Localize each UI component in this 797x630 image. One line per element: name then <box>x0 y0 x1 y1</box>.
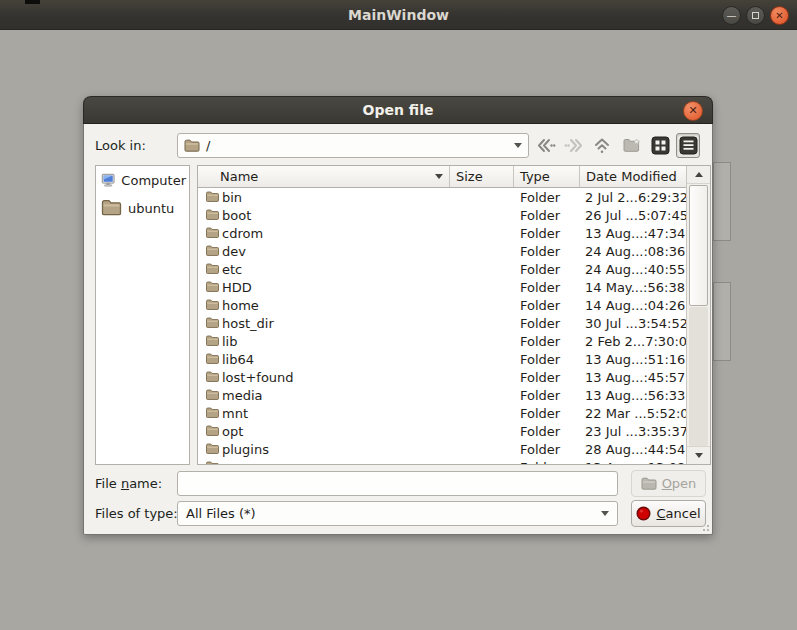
file-date-cell: 28 Aug...:44:54 <box>580 442 688 457</box>
file-type-cell: Folder <box>514 208 580 223</box>
table-row[interactable]: host_dir Folder 30 Jul ...3:54:52 <box>198 314 688 332</box>
table-row[interactable]: HDD Folder 14 May...:56:38 <box>198 278 688 296</box>
folder-icon <box>205 245 220 257</box>
scrollbar-groove[interactable] <box>689 307 708 446</box>
file-date-cell: 30 Jul ...3:54:52 <box>580 316 688 331</box>
sort-descending-icon <box>435 174 443 179</box>
file-type-cell: Folder <box>514 388 580 403</box>
file-name-cell: home <box>222 298 450 313</box>
file-table-body: bin Folder 2 Jul 2...6:29:32 boot Folder… <box>198 188 688 465</box>
file-name-cell: proc <box>222 460 450 466</box>
list-view-icon[interactable] <box>648 133 672 158</box>
cancel-button[interactable]: Cancel <box>631 500 706 527</box>
column-header-date-modified[interactable]: Date Modified <box>580 166 688 187</box>
table-row[interactable]: cdrom Folder 13 Aug...:47:34 <box>198 224 688 242</box>
table-row[interactable]: lost+found Folder 13 Aug...:45:57 <box>198 368 688 386</box>
folder-icon <box>205 299 220 311</box>
file-type-cell: Folder <box>514 442 580 457</box>
create-new-folder-icon[interactable] <box>620 133 644 158</box>
parent-directory-icon[interactable] <box>590 133 614 158</box>
dialog-close-icon[interactable]: ✕ <box>683 101 703 121</box>
column-header-type[interactable]: Type <box>514 166 580 187</box>
table-row[interactable]: lib64 Folder 13 Aug...:51:16 <box>198 350 688 368</box>
column-header-size[interactable]: Size <box>450 166 514 187</box>
folder-icon <box>205 443 220 455</box>
file-type-cell: Folder <box>514 370 580 385</box>
file-type-cell: Folder <box>514 460 580 466</box>
file-name-cell: opt <box>222 424 450 439</box>
open-button[interactable]: Open <box>631 470 706 497</box>
table-row[interactable]: media Folder 13 Aug...:56:33 <box>198 386 688 404</box>
table-row[interactable]: etc Folder 24 Aug...:40:55 <box>198 260 688 278</box>
dialog-titlebar[interactable]: Open file ✕ <box>83 96 713 124</box>
folder-icon <box>184 139 200 152</box>
computer-icon <box>101 170 115 191</box>
file-name-label: File name: <box>95 472 162 496</box>
places-sidebar: Computer ubuntu <box>95 165 190 465</box>
sidebar-item-label: ubuntu <box>128 201 174 216</box>
window-title: MainWindow <box>0 0 797 30</box>
scroll-up-icon[interactable] <box>687 166 710 184</box>
file-table: Name Size Type Date Modified bin Folder … <box>197 165 711 465</box>
stop-icon <box>636 506 651 521</box>
open-button-label: Open <box>662 476 697 491</box>
scroll-down-icon[interactable] <box>687 446 710 464</box>
table-row[interactable]: mnt Folder 22 Mar ...5:52:07 <box>198 404 688 422</box>
file-type-cell: Folder <box>514 424 580 439</box>
folder-icon <box>205 389 220 401</box>
file-name-cell: media <box>222 388 450 403</box>
file-date-cell: 24 Aug...:40:55 <box>580 262 688 277</box>
folder-icon <box>205 371 220 383</box>
file-date-cell: 22 Mar ...5:52:07 <box>580 406 688 421</box>
folder-icon <box>205 353 220 365</box>
column-header-name[interactable]: Name <box>198 166 450 187</box>
folder-icon <box>205 191 220 203</box>
file-name-input[interactable] <box>177 471 618 496</box>
table-row[interactable]: lib Folder 2 Feb 2...7:30:08 <box>198 332 688 350</box>
resize-grip[interactable] <box>699 521 709 531</box>
sidebar-item-computer[interactable]: Computer <box>96 166 189 195</box>
close-icon[interactable]: ✕ <box>770 6 789 25</box>
maximize-icon[interactable] <box>746 6 765 25</box>
detail-view-icon[interactable] <box>676 133 700 158</box>
folder-icon <box>101 199 122 217</box>
file-date-cell: 13 Aug...:56:33 <box>580 388 688 403</box>
open-folder-icon <box>641 477 657 490</box>
table-row[interactable]: plugins Folder 28 Aug...:44:54 <box>198 440 688 458</box>
back-icon[interactable] <box>534 133 558 158</box>
table-row[interactable]: bin Folder 2 Jul 2...6:29:32 <box>198 188 688 206</box>
file-name-cell: etc <box>222 262 450 277</box>
vertical-scrollbar[interactable] <box>686 166 710 464</box>
file-name-cell: host_dir <box>222 316 450 331</box>
sidebar-item-ubuntu[interactable]: ubuntu <box>96 195 189 221</box>
window-titlebar: MainWindow — ✕ <box>0 0 797 30</box>
look-in-combobox[interactable]: / <box>177 133 529 158</box>
file-name-cell: dev <box>222 244 450 259</box>
file-name-cell: lib <box>222 334 450 349</box>
file-date-cell: 13 Aug...:47:34 <box>580 226 688 241</box>
folder-icon <box>205 281 220 293</box>
table-row[interactable]: proc Folder 13 Aug...:13:08 <box>198 458 688 465</box>
table-row[interactable]: opt Folder 23 Jul ...3:35:37 <box>198 422 688 440</box>
minimize-icon[interactable]: — <box>722 6 741 25</box>
file-date-cell: 14 Aug...:04:26 <box>580 298 688 313</box>
folder-icon <box>205 425 220 437</box>
open-file-dialog: Open file ✕ Look in: / <box>83 96 713 535</box>
table-row[interactable]: dev Folder 24 Aug...:08:36 <box>198 242 688 260</box>
table-header: Name Size Type Date Modified <box>198 166 688 188</box>
table-row[interactable]: home Folder 14 Aug...:04:26 <box>198 296 688 314</box>
forward-icon[interactable] <box>562 133 586 158</box>
file-type-cell: Folder <box>514 226 580 241</box>
sidebar-item-label: Computer <box>121 173 186 188</box>
file-name-cell: lib64 <box>222 352 450 367</box>
file-name-cell: bin <box>222 190 450 205</box>
folder-icon <box>205 461 220 465</box>
files-of-type-combobox[interactable]: All Files (*) <box>177 501 618 526</box>
file-type-cell: Folder <box>514 298 580 313</box>
scrollbar-thumb[interactable] <box>689 185 708 306</box>
folder-icon <box>205 407 220 419</box>
file-type-cell: Folder <box>514 280 580 295</box>
cancel-button-label: Cancel <box>656 506 700 521</box>
table-row[interactable]: boot Folder 26 Jul ...5:07:45 <box>198 206 688 224</box>
folder-icon <box>205 335 220 347</box>
